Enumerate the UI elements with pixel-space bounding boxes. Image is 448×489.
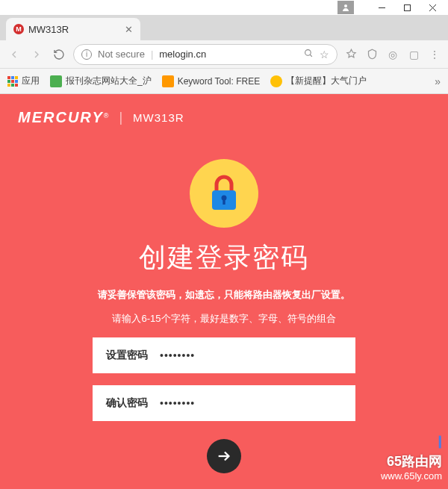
bookmark-apps[interactable]: 应用 (7, 75, 40, 87)
search-icon[interactable] (304, 49, 314, 60)
svg-rect-2 (404, 4, 410, 10)
brand-logo: MERCURY (18, 109, 104, 125)
svg-point-0 (344, 4, 347, 7)
brand-header: MERCURY® | MW313R (0, 109, 448, 126)
set-password-field[interactable]: 设置密码 (93, 337, 355, 373)
watermark-title: 65路由网 (381, 452, 442, 470)
bookmark-favicon-icon (50, 75, 62, 87)
bookmark-favicon-icon (162, 75, 174, 87)
svg-point-5 (305, 49, 311, 55)
watermark: Ⅰ 65路由网 www.65ly.com (381, 433, 442, 482)
back-button[interactable] (6, 46, 22, 63)
brand-model: MW313R (133, 111, 184, 124)
browser-tab[interactable]: M MW313R ✕ (6, 18, 140, 40)
apps-grid-icon (7, 76, 18, 87)
window-minimize-button[interactable] (369, 0, 394, 15)
window-close-button[interactable] (420, 0, 445, 15)
bookmark-label: 【新提醒】大气门户 (286, 75, 367, 87)
field-label: 确认密码 (106, 396, 160, 410)
info-icon[interactable]: i (81, 49, 92, 60)
next-button[interactable] (207, 439, 241, 473)
confirm-password-input[interactable] (160, 397, 342, 409)
bookmark-item[interactable]: Keyword Tool: FREE (162, 75, 261, 87)
star-icon[interactable]: ☆ (320, 49, 329, 60)
input-hint: 请输入6-15个字符，最好是数字、字母、符号的组合 (112, 312, 335, 326)
watermark-symbol: Ⅰ (381, 433, 442, 452)
window-maximize-button[interactable] (394, 0, 420, 15)
extension-paint-icon[interactable] (343, 47, 358, 62)
menu-button[interactable]: ⋮ (427, 47, 442, 62)
browser-toolbar: i Not secure | melogin.cn ☆ ◎ ▢ ⋮ (0, 40, 448, 69)
bookmark-favicon-icon (270, 75, 282, 87)
bookmark-item[interactable]: 【新提醒】大气门户 (270, 75, 367, 87)
svg-rect-9 (223, 199, 225, 205)
window-titlebar (0, 0, 448, 15)
bookmark-label: 应用 (22, 75, 40, 87)
tab-favicon-icon: M (13, 24, 24, 34)
bookmark-label: 报刊杂志网站大全_沪 (66, 75, 152, 87)
bookmark-item[interactable]: 报刊杂志网站大全_沪 (50, 75, 152, 87)
tab-close-icon[interactable]: ✕ (125, 24, 133, 35)
field-label: 设置密码 (106, 349, 160, 362)
bookmark-label: Keyword Tool: FREE (178, 76, 261, 87)
user-badge-icon[interactable] (337, 1, 354, 14)
page-title: 创建登录密码 (139, 240, 309, 276)
lock-icon (190, 159, 258, 228)
bookmarks-bar: 应用 报刊杂志网站大全_沪 Keyword Tool: FREE 【新提醒】大气… (0, 69, 448, 94)
warning-note: 请妥善保管该密码，如遗忘，只能将路由器恢复出厂设置。 (98, 288, 350, 302)
svg-line-6 (310, 54, 312, 57)
address-bar[interactable]: i Not secure | melogin.cn ☆ (73, 44, 337, 65)
reload-button[interactable] (51, 46, 67, 63)
set-password-input[interactable] (160, 349, 342, 361)
forward-button[interactable] (28, 46, 45, 63)
extension-box-icon[interactable]: ▢ (406, 47, 421, 62)
security-status: Not secure (98, 49, 145, 60)
url-text: melogin.cn (159, 49, 298, 60)
bookmarks-more-icon[interactable]: » (435, 75, 441, 87)
tab-title: MW313R (28, 24, 120, 35)
confirm-password-field[interactable]: 确认密码 (93, 385, 355, 421)
extension-circle-icon[interactable]: ◎ (385, 47, 400, 62)
extension-shield-icon[interactable] (364, 47, 379, 62)
page-content: MERCURY® | MW313R 创建登录密码 请妥善保管该密码，如遗忘，只能… (0, 94, 448, 489)
watermark-url: www.65ly.com (381, 470, 442, 482)
registered-icon: ® (104, 112, 109, 119)
tab-bar: M MW313R ✕ (0, 15, 448, 40)
